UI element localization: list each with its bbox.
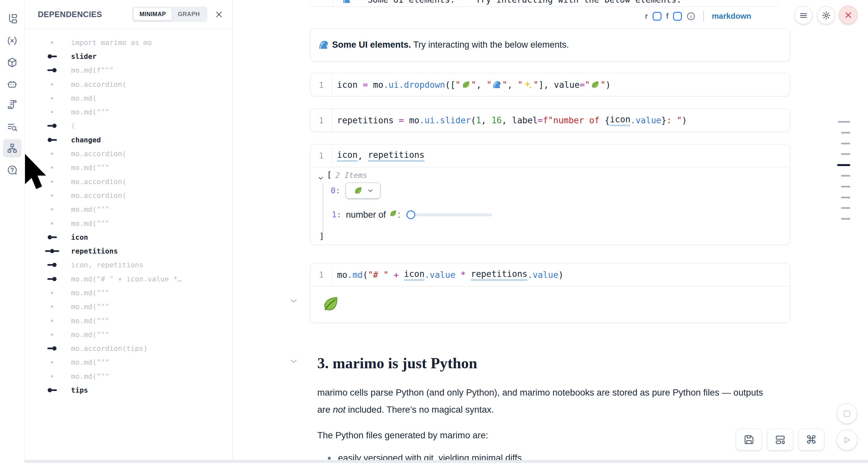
code-token: ( bbox=[471, 116, 476, 125]
code-token: 1 bbox=[476, 116, 482, 125]
minimap-item[interactable]: mo.md(""" bbox=[25, 369, 232, 383]
tab-minimap[interactable]: MINIMAP bbox=[133, 8, 172, 21]
code-cell-dropdown[interactable]: 1 icon = mo.ui.dropdown(["", "", ""], va… bbox=[310, 73, 790, 96]
dependencies-panel: DEPENDENCIES MINIMAP GRAPH import marimo… bbox=[25, 0, 233, 463]
minimap-cell-indicator[interactable] bbox=[838, 121, 850, 123]
cell-marker-icon bbox=[40, 111, 63, 113]
code-line[interactable]: mo.md("# " + icon.value * repetitions.va… bbox=[332, 269, 563, 281]
tab-graph[interactable]: GRAPH bbox=[172, 8, 206, 21]
menu-button[interactable] bbox=[794, 6, 812, 24]
layout-grid-button[interactable] bbox=[767, 429, 793, 451]
minimap-item[interactable]: tips bbox=[25, 383, 232, 397]
cell-marker-icon bbox=[40, 375, 63, 377]
tree-item-1: 1: number of : bbox=[332, 210, 492, 220]
minimap-cell-indicator[interactable] bbox=[841, 207, 850, 209]
minimap-item[interactable]: mo.md("# " + icon.value *… bbox=[25, 272, 232, 286]
stop-frame-button[interactable] bbox=[837, 403, 857, 424]
minimap-item[interactable]: mo.md(""" bbox=[25, 328, 232, 341]
dependency-graph-icon[interactable] bbox=[3, 139, 21, 157]
activity-bar bbox=[0, 0, 25, 463]
markdown-heading-output bbox=[310, 286, 790, 322]
collapse-section-icon[interactable] bbox=[290, 359, 297, 364]
code-token: , bbox=[476, 80, 486, 90]
help-icon[interactable] bbox=[3, 161, 21, 179]
save-button[interactable] bbox=[736, 429, 762, 451]
items-count-label: 2 Items bbox=[335, 171, 367, 180]
code-token: , bbox=[358, 151, 368, 161]
cell-marker-icon bbox=[40, 194, 63, 197]
scratchpad-search-icon[interactable] bbox=[3, 118, 21, 136]
logs-icon[interactable] bbox=[3, 95, 21, 114]
reactive-checkbox[interactable] bbox=[653, 12, 661, 21]
minimap-item[interactable]: mo.md(""" bbox=[25, 105, 232, 119]
minimap-item[interactable]: mo.accordion( bbox=[25, 147, 232, 160]
code-token bbox=[466, 270, 471, 280]
code-cell-slider[interactable]: 1 repetitions = mo.ui.slider(1, 16, labe… bbox=[310, 109, 790, 132]
code-token: .value bbox=[527, 270, 558, 280]
packages-icon[interactable] bbox=[3, 53, 21, 72]
minimap-item[interactable]: mo.accordion( bbox=[25, 188, 232, 202]
slider-thumb[interactable] bbox=[406, 211, 415, 219]
minimap-cell-indicator[interactable] bbox=[841, 143, 850, 144]
cell-code-preview: mo.md(""" bbox=[71, 317, 110, 325]
minimap-cell-indicator[interactable] bbox=[841, 132, 850, 133]
bottom-scroll-strip bbox=[25, 460, 868, 463]
minimap-item[interactable]: mo.md(""" bbox=[25, 216, 232, 230]
code-cell-markdown[interactable]: 1 mo.md("# " + icon.value * repetitions.… bbox=[310, 263, 790, 323]
minimap-item[interactable]: changed bbox=[25, 133, 232, 147]
minimap-cell-indicator[interactable] bbox=[841, 218, 850, 220]
collapse-tree-icon[interactable] bbox=[318, 175, 323, 181]
minimap-cell-indicator[interactable] bbox=[837, 164, 850, 166]
code-line[interactable]: icon = mo.ui.dropdown(["", "", ""], valu… bbox=[332, 80, 611, 90]
run-play-button[interactable] bbox=[836, 429, 858, 451]
minimap-cell-indicator[interactable] bbox=[841, 197, 850, 198]
settings-gear-button[interactable] bbox=[817, 6, 835, 24]
ai-assistant-icon[interactable] bbox=[3, 75, 21, 93]
minimap-item[interactable]: mo.md(""" bbox=[25, 286, 232, 300]
minimap-item[interactable]: mo.accordion(tips) bbox=[25, 342, 232, 356]
minimap-item[interactable]: ( bbox=[25, 119, 232, 133]
code-token: ) bbox=[558, 270, 563, 280]
minimap-item[interactable]: icon, repetitions bbox=[25, 258, 232, 272]
cell-marker-icon bbox=[40, 138, 63, 142]
minimap-item[interactable]: mo.accordion( bbox=[25, 175, 232, 188]
minimap-item[interactable]: mo.md(""" bbox=[25, 161, 232, 175]
minimap-item[interactable]: mo.md(""" bbox=[25, 356, 232, 369]
minimap-item[interactable]: mo.accordion( bbox=[25, 77, 232, 91]
variables-icon[interactable] bbox=[3, 32, 21, 50]
minimap-item[interactable]: icon bbox=[25, 230, 232, 244]
command-shortcut-button[interactable]: ⌘ bbox=[798, 429, 824, 451]
shutdown-close-button[interactable] bbox=[839, 6, 858, 24]
file-tree-icon[interactable] bbox=[3, 9, 21, 28]
language-mode-label[interactable]: markdown bbox=[712, 11, 751, 21]
code-cell-tuple[interactable]: 1 icon, repetitions [ 2 Items 0: 1: numb… bbox=[310, 144, 790, 245]
cell-code-preview: repetitions bbox=[71, 247, 118, 255]
info-icon[interactable] bbox=[686, 12, 695, 21]
minimap-item[interactable]: mo.md(""" bbox=[25, 300, 232, 314]
clipped-code-cell[interactable]: **Some UI elements.** Try interacting wi… bbox=[310, 0, 778, 7]
minimap-item[interactable]: repetitions bbox=[25, 244, 232, 258]
dropdown-widget[interactable] bbox=[346, 183, 380, 198]
code-token: icon bbox=[610, 115, 631, 126]
code-token: , label bbox=[502, 116, 538, 125]
gutter-divider bbox=[332, 0, 333, 7]
minimap-cell-indicator[interactable] bbox=[841, 153, 850, 155]
slider-widget[interactable] bbox=[406, 213, 492, 216]
cell-code-preview: icon, repetitions bbox=[71, 261, 143, 269]
minimap-item[interactable]: import marimo as mo bbox=[25, 35, 232, 49]
minimap-item[interactable]: mo.md( bbox=[25, 91, 232, 105]
minimap-item[interactable]: slider bbox=[25, 49, 232, 63]
minimap-item[interactable]: mo.md(""" bbox=[25, 314, 232, 328]
minimap-item[interactable]: mo.md(""" bbox=[25, 203, 232, 216]
code-line[interactable]: icon, repetitions bbox=[332, 150, 425, 162]
toolbar-divider bbox=[703, 10, 704, 22]
frozen-checkbox[interactable] bbox=[673, 12, 682, 21]
minimap-cell-indicator[interactable] bbox=[841, 186, 850, 187]
collapse-output-icon[interactable] bbox=[290, 299, 297, 303]
code-line[interactable]: repetitions = mo.ui.slider(1, 16, label=… bbox=[332, 115, 687, 126]
minimap-item[interactable]: mo.md(f""" bbox=[25, 63, 232, 77]
minimap-cell-indicator[interactable] bbox=[841, 175, 850, 177]
close-panel-icon[interactable] bbox=[214, 9, 224, 20]
cell-marker-icon bbox=[40, 334, 63, 336]
minimap-cell-list: import marimo as moslidermo.md(f"""mo.ac… bbox=[25, 29, 232, 397]
